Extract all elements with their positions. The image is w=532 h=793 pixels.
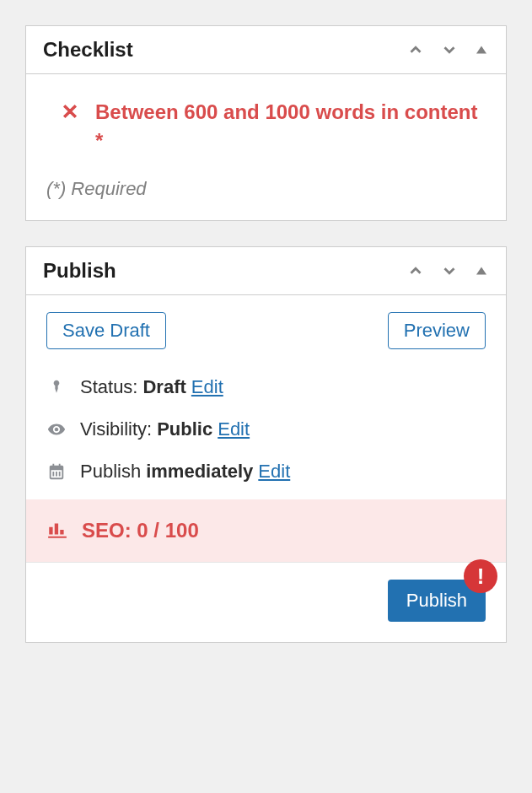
eye-icon bbox=[46, 420, 67, 439]
publish-panel: Publish Save Draft Preview Status: Draft… bbox=[25, 246, 507, 643]
preview-button[interactable]: Preview bbox=[388, 312, 486, 349]
schedule-value: immediately bbox=[146, 461, 253, 483]
checklist-item-label: Between 600 and 1000 words in content * bbox=[95, 98, 486, 154]
visibility-value: Public bbox=[157, 418, 212, 440]
checklist-title: Checklist bbox=[43, 38, 133, 62]
checklist-body: Between 600 and 1000 words in content * … bbox=[26, 74, 506, 220]
checklist-item: Between 600 and 1000 words in content * bbox=[46, 91, 486, 168]
publish-controls bbox=[406, 262, 489, 280]
schedule-row: Publish immediately Edit bbox=[46, 450, 486, 493]
alert-badge-icon: ! bbox=[464, 559, 497, 593]
status-row: Status: Draft Edit bbox=[46, 366, 486, 408]
visibility-label: Visibility: bbox=[80, 418, 152, 440]
checklist-panel: Checklist Between 600 and 1000 words in … bbox=[25, 25, 507, 221]
visibility-row: Visibility: Public Edit bbox=[46, 408, 486, 450]
calendar-icon bbox=[46, 462, 67, 481]
chevron-up-icon[interactable] bbox=[406, 40, 425, 59]
svg-marker-0 bbox=[476, 46, 486, 54]
status-label: Status: bbox=[80, 376, 137, 398]
collapse-icon[interactable] bbox=[474, 42, 489, 57]
checklist-controls bbox=[406, 40, 489, 59]
publish-title: Publish bbox=[43, 259, 116, 283]
required-note: (*) Required bbox=[46, 178, 486, 200]
chevron-up-icon[interactable] bbox=[406, 262, 425, 280]
schedule-edit-link[interactable]: Edit bbox=[258, 461, 290, 483]
collapse-icon[interactable] bbox=[474, 263, 489, 278]
seo-bar: SEO: 0 / 100 bbox=[26, 499, 506, 562]
seo-chart-icon bbox=[46, 518, 68, 543]
publish-actions: Save Draft Preview bbox=[46, 312, 486, 366]
publish-body: Save Draft Preview Status: Draft Edit Vi… bbox=[26, 295, 506, 499]
status-edit-link[interactable]: Edit bbox=[191, 376, 223, 398]
fail-x-icon bbox=[60, 101, 80, 125]
publish-footer: ! Publish bbox=[26, 562, 506, 642]
save-draft-button[interactable]: Save Draft bbox=[46, 312, 166, 349]
status-value: Draft bbox=[142, 376, 185, 398]
publish-header: Publish bbox=[26, 247, 506, 295]
checklist-header: Checklist bbox=[26, 26, 506, 74]
seo-label: SEO: 0 / 100 bbox=[82, 519, 199, 542]
visibility-edit-link[interactable]: Edit bbox=[218, 418, 250, 440]
schedule-label: Publish bbox=[80, 461, 141, 483]
chevron-down-icon[interactable] bbox=[440, 40, 459, 59]
pin-icon bbox=[46, 379, 67, 396]
svg-marker-1 bbox=[476, 267, 486, 275]
chevron-down-icon[interactable] bbox=[440, 262, 459, 280]
